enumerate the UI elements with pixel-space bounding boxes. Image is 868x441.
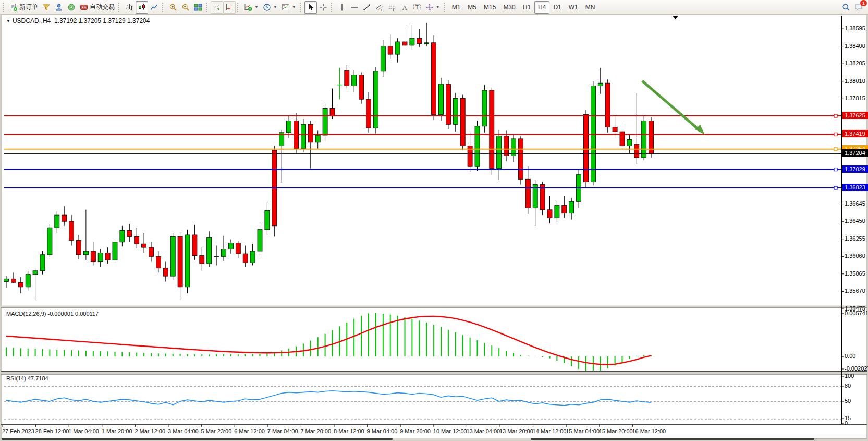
macd-axis-label: 0.005741: [845, 310, 868, 316]
periods-button[interactable]: ▼: [261, 1, 279, 14]
bear-candle: [388, 46, 393, 55]
bear-candle: [105, 253, 110, 260]
trend-line-button[interactable]: [361, 1, 373, 14]
bull-candle: [555, 205, 559, 218]
bull-candle: [569, 201, 574, 213]
line-anchor-handle: [834, 114, 837, 117]
price-tick-label: 1.35865: [845, 270, 865, 277]
tf-m30-button[interactable]: M30: [499, 1, 519, 14]
auto-trading-button-label: 自动交易: [90, 3, 115, 11]
arrows-button[interactable]: ▼: [423, 1, 442, 14]
h-scrollbar-track[interactable]: [531, 438, 814, 440]
bear-candle: [163, 268, 168, 276]
bear-candle: [525, 179, 530, 208]
line-chart-button[interactable]: [148, 1, 161, 14]
tf-h1-button[interactable]: H1: [519, 1, 534, 14]
zoom-out-button[interactable]: [179, 1, 192, 14]
bull-candle: [258, 230, 262, 251]
time-axis-label[interactable]: 9 Mar 04:00: [367, 428, 398, 434]
hline-icon: [350, 3, 359, 11]
arrows-icon: [425, 3, 434, 11]
time-axis-label[interactable]: 28 Feb 12:00: [35, 428, 69, 434]
fibonacci-button[interactable]: F: [386, 1, 398, 14]
h-scrollbar-thumb[interactable]: [393, 438, 531, 440]
toolbar-drag-handle: [206, 3, 209, 12]
bar-chart-button[interactable]: [123, 1, 136, 14]
clock-icon: [263, 3, 271, 11]
time-axis-label[interactable]: 10 Mar 12:00: [433, 428, 467, 434]
equidistant-channel-button[interactable]: E: [373, 1, 386, 14]
bear-candle: [127, 230, 132, 236]
time-axis-label[interactable]: 6 Mar 12:00: [234, 428, 265, 434]
time-axis-label[interactable]: 13 Mar 04:00: [466, 428, 500, 434]
time-axis-label[interactable]: 14 Mar 12:00: [533, 428, 567, 434]
bear-candle: [11, 279, 16, 282]
text-button[interactable]: A: [398, 1, 411, 14]
time-axis-label[interactable]: 5 Mar 23:00: [201, 428, 232, 434]
search-button[interactable]: [840, 1, 852, 14]
tf-m5-button[interactable]: M5: [464, 1, 480, 14]
toolbar-drag-handle: [162, 3, 165, 12]
chevron-down-icon[interactable]: ▼: [273, 5, 277, 9]
tf-d1-button[interactable]: D1: [549, 1, 565, 14]
market-watch-button[interactable]: [40, 1, 53, 14]
time-axis-label[interactable]: 7 Mar 04:00: [267, 428, 298, 434]
macd-axis-label: 0.00: [845, 353, 855, 359]
templates-button[interactable]: ▼: [279, 1, 298, 14]
zoom-in-button[interactable]: [167, 1, 179, 14]
channel-icon: E: [375, 3, 384, 11]
indicators-button[interactable]: ▼: [242, 1, 261, 14]
chevron-down-icon[interactable]: ▼: [436, 5, 440, 9]
tile-windows-button[interactable]: [192, 1, 204, 14]
chevron-down-icon[interactable]: ▼: [292, 5, 296, 9]
chat-button[interactable]: 1: [852, 1, 865, 14]
tf-h4-button[interactable]: H4: [534, 1, 549, 14]
bull-candle: [381, 46, 385, 71]
time-axis-label[interactable]: 7 Mar 20:00: [300, 428, 331, 434]
svg-text:A: A: [402, 4, 407, 11]
time-axis-label[interactable]: 1 Mar 20:00: [102, 428, 132, 434]
text-label-button[interactable]: T: [411, 1, 423, 14]
time-axis-label[interactable]: 3 Mar 04:00: [168, 428, 199, 434]
time-axis-label[interactable]: 15 Mar 20:00: [599, 428, 633, 434]
time-axis-label[interactable]: 13 Mar 20:00: [499, 428, 533, 434]
time-axis-label[interactable]: 9 Mar 20:00: [400, 428, 431, 434]
h-scrollbar-track[interactable]: [2, 438, 393, 440]
tf-mn-button[interactable]: MN: [582, 1, 599, 14]
new-order-button[interactable]: 新订单: [7, 1, 40, 14]
bull-candle: [482, 90, 487, 126]
fibo-icon: F: [388, 3, 396, 11]
time-axis-label[interactable]: 2 Mar 12:00: [135, 428, 165, 434]
linechart-icon: [150, 3, 158, 11]
time-axis-label[interactable]: 16 Mar 12:00: [632, 428, 666, 434]
candle-chart-button[interactable]: [136, 1, 148, 14]
tf-m1-button[interactable]: M1: [448, 1, 464, 14]
time-axis-label[interactable]: 8 Mar 12:00: [334, 428, 364, 434]
chart-shift-button[interactable]: [223, 1, 236, 14]
label-t-icon: T: [413, 3, 421, 11]
profile-button[interactable]: [53, 1, 65, 14]
auto-scroll-button[interactable]: [211, 1, 223, 14]
crosshair-button[interactable]: [317, 1, 329, 14]
auto-trading-button[interactable]: 自动交易: [78, 1, 117, 14]
bear-candle: [91, 251, 95, 262]
macd-indicator-label: MACD(12,26,9) -0.000001 0.000117: [6, 311, 99, 317]
horizontal-line-button[interactable]: [348, 1, 361, 14]
chevron-down-icon[interactable]: ▼: [254, 5, 259, 9]
time-axis-label[interactable]: 15 Mar 04:00: [566, 428, 600, 434]
tf-w1-button[interactable]: W1: [565, 1, 582, 14]
price-tick-label: 1.35670: [845, 288, 865, 294]
bear-candle: [243, 254, 248, 263]
symbol-dropdown-icon[interactable]: ▼: [6, 19, 10, 23]
bear-candle: [135, 236, 139, 244]
template-icon: [282, 3, 290, 11]
time-axis-label[interactable]: 27 Feb 2023: [2, 428, 34, 434]
time-axis-label[interactable]: 1 Mar 04:00: [68, 428, 99, 434]
vertical-line-button[interactable]: [336, 1, 348, 14]
cursor-button[interactable]: [304, 1, 317, 14]
line-anchor-handle: [834, 168, 837, 171]
level-price-label: 1.37625: [842, 112, 868, 119]
tf-m15-button[interactable]: M15: [480, 1, 499, 14]
signals-button[interactable]: [65, 1, 78, 14]
bull-candle: [642, 121, 646, 158]
